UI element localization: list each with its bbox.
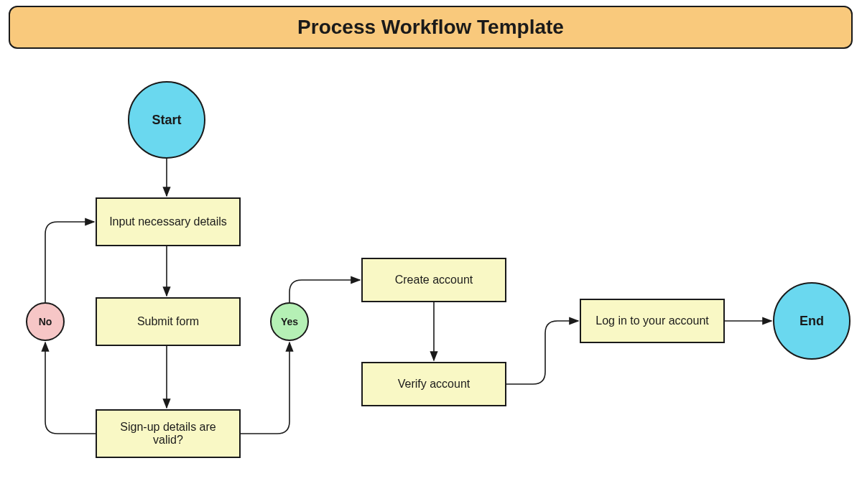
- node-submit-form: Submit form: [96, 297, 241, 346]
- title-text: Process Workflow Template: [297, 16, 564, 39]
- node-input-details: Input necessary details: [96, 197, 241, 246]
- node-login-label: Log in to your account: [595, 314, 708, 327]
- node-no: No: [26, 302, 65, 341]
- node-start: Start: [128, 81, 205, 159]
- node-validate: Sign-up details are valid?: [96, 409, 241, 458]
- edge-yes-to-create: [289, 280, 360, 302]
- node-start-label: Start: [152, 113, 181, 128]
- edge-validate-to-no: [45, 342, 96, 434]
- node-validate-label: Sign-up details are valid?: [104, 421, 232, 447]
- node-verify-account-label: Verify account: [398, 378, 471, 391]
- edge-validate-to-yes: [241, 342, 289, 434]
- node-verify-account: Verify account: [361, 362, 506, 406]
- node-yes: Yes: [270, 302, 309, 341]
- node-yes-label: Yes: [281, 316, 298, 327]
- node-create-account-label: Create account: [395, 274, 473, 286]
- title-banner: Process Workflow Template: [9, 6, 853, 49]
- node-end: End: [773, 282, 851, 360]
- edge-no-to-input: [45, 222, 94, 302]
- node-submit-form-label: Submit form: [137, 315, 199, 328]
- node-input-details-label: Input necessary details: [109, 215, 227, 228]
- node-login: Log in to your account: [580, 299, 725, 343]
- edge-verify-to-login: [506, 321, 578, 384]
- node-no-label: No: [39, 316, 52, 327]
- node-end-label: End: [800, 314, 824, 329]
- node-create-account: Create account: [361, 258, 506, 302]
